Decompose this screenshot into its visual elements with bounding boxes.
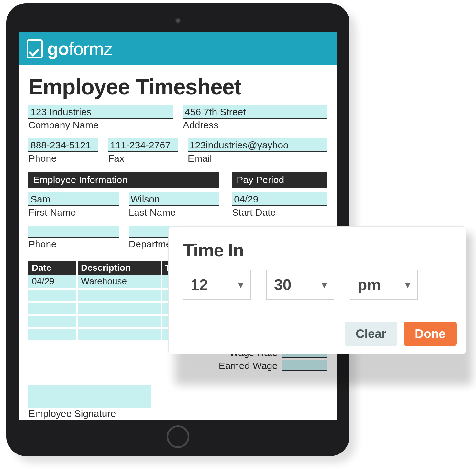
table-cell-date[interactable]: [28, 315, 77, 328]
address-label: Address: [183, 120, 327, 131]
table-cell-date[interactable]: [28, 289, 77, 302]
brand-name: goformz: [47, 38, 112, 59]
hour-select[interactable]: 12 ▾: [183, 270, 251, 300]
chevron-down-icon: ▾: [238, 279, 243, 290]
tablet-home-button[interactable]: [167, 425, 189, 448]
tablet-camera: [175, 18, 181, 24]
done-button[interactable]: Done: [404, 322, 457, 346]
address-field[interactable]: 456 7th Street: [183, 105, 327, 119]
clear-button[interactable]: Clear: [345, 322, 397, 346]
brand-light: formz: [69, 38, 112, 59]
start-date-field[interactable]: 04/29: [232, 192, 327, 206]
phone-label: Phone: [28, 153, 98, 164]
signature-pad[interactable]: [28, 385, 151, 408]
table-cell-description[interactable]: [77, 328, 161, 341]
last-name-field[interactable]: Wilson: [129, 192, 219, 206]
table-cell-description[interactable]: [77, 289, 161, 302]
pay-period-section: Pay Period: [232, 172, 327, 188]
last-name-label: Last Name: [129, 207, 219, 218]
time-in-title: Time In: [183, 240, 451, 261]
table-cell-description[interactable]: Warehouse: [77, 275, 161, 289]
employee-info-section: Employee Information: [28, 172, 219, 188]
table-cell-description[interactable]: [77, 302, 161, 315]
signature-block: Employee Signature: [28, 385, 151, 419]
signature-label: Employee Signature: [28, 408, 151, 419]
employee-phone-field[interactable]: [28, 226, 119, 238]
first-name-label: First Name: [28, 207, 119, 218]
email-field[interactable]: 123industries@yayhoo: [188, 138, 327, 152]
brand-bold: go: [47, 38, 69, 59]
email-label: Email: [188, 153, 327, 164]
meridiem-select[interactable]: pm ▾: [350, 270, 418, 300]
minute-select[interactable]: 30 ▾: [266, 270, 334, 300]
minute-value: 30: [274, 276, 291, 294]
chevron-down-icon: ▾: [322, 279, 327, 290]
first-name-field[interactable]: Sam: [28, 192, 119, 206]
table-header-description: Description: [77, 261, 161, 275]
goformz-logo-icon: [27, 39, 43, 58]
company-name-field[interactable]: 123 Industries: [28, 105, 173, 119]
table-header-date: Date: [28, 261, 77, 275]
chevron-down-icon: ▾: [405, 279, 410, 290]
app-header: goformz: [19, 32, 337, 65]
meridiem-value: pm: [358, 276, 381, 294]
table-cell-date[interactable]: [28, 328, 77, 341]
hour-value: 12: [191, 276, 208, 294]
fax-field[interactable]: 111-234-2767: [108, 138, 178, 152]
page-title: Employee Timesheet: [28, 74, 327, 99]
table-cell-description[interactable]: [77, 315, 161, 328]
phone-field[interactable]: 888-234-5121: [28, 138, 98, 152]
time-in-popover: Time In 12 ▾ 30 ▾ pm ▾ Clear Done: [168, 226, 466, 354]
table-cell-date[interactable]: [28, 302, 77, 315]
start-date-label: Start Date: [232, 207, 327, 218]
fax-label: Fax: [108, 153, 178, 164]
company-name-label: Company Name: [28, 120, 173, 131]
employee-phone-label: Phone: [28, 239, 119, 250]
table-cell-date[interactable]: 04/29: [28, 275, 77, 289]
